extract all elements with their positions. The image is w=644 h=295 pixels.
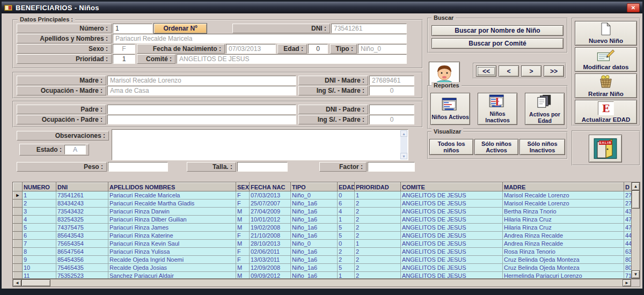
- table-cell[interactable]: ANGELITOS DE JESUS: [401, 216, 503, 224]
- grid-horizontal-scrollbar[interactable]: ◄ ►: [12, 279, 640, 287]
- table-cell[interactable]: 27: [624, 191, 632, 200]
- column-header-edad[interactable]: EDAD: [338, 183, 355, 191]
- column-header-sex[interactable]: SEX: [236, 183, 250, 191]
- table-cell[interactable]: ANGELITOS DE JESUS: [401, 200, 503, 208]
- table-cell[interactable]: 75352523: [56, 272, 108, 279]
- dni-input[interactable]: 73541261: [331, 24, 407, 33]
- table-cell[interactable]: 1: [338, 216, 355, 224]
- scroll-down-button[interactable]: ▼: [632, 270, 640, 278]
- table-row[interactable]: 775654354Pariacuri Rinza Kevin SaulM28/1…: [13, 240, 632, 248]
- apellidos-input[interactable]: Pariacuri Recalde Maricela: [113, 34, 407, 43]
- peso-input[interactable]: [108, 162, 168, 172]
- table-cell[interactable]: 43: [624, 208, 632, 216]
- column-header-tipo[interactable]: TIPO: [291, 183, 338, 191]
- table-cell[interactable]: ANGELITOS DE JESUS: [401, 264, 503, 272]
- table-cell[interactable]: 4: [338, 208, 355, 216]
- ing-madre-input[interactable]: 0: [369, 86, 414, 95]
- table-cell[interactable]: 71: [624, 272, 632, 279]
- table-cell[interactable]: 83434243: [56, 200, 108, 208]
- table-cell[interactable]: 2: [355, 232, 401, 240]
- table-cell[interactable]: 5: [338, 224, 355, 232]
- table-cell[interactable]: 12/09/2008: [250, 264, 291, 272]
- table-row[interactable]: 1175352523Sanchez Pariacuri AldairM09/09…: [13, 272, 632, 279]
- table-cell[interactable]: 75465435: [56, 264, 108, 272]
- table-cell[interactable]: 2: [355, 248, 401, 256]
- table-cell[interactable]: Niño_1a6: [291, 200, 338, 208]
- table-cell[interactable]: 27: [624, 200, 632, 208]
- table-cell[interactable]: Pariacuri Recalde Maricela: [108, 191, 236, 200]
- observaciones-textarea[interactable]: ▲ ▼: [112, 129, 408, 160]
- app-icon[interactable]: [4, 4, 13, 11]
- table-cell[interactable]: M: [236, 272, 250, 279]
- table-cell[interactable]: Pariacuri Rinza Darwin: [108, 208, 236, 216]
- current-row-selector[interactable]: ►: [13, 191, 23, 200]
- ocupacion-padre-input[interactable]: [107, 115, 296, 124]
- table-cell[interactable]: M: [236, 216, 250, 224]
- table-cell[interactable]: 5: [23, 224, 56, 232]
- scroll-right-button[interactable]: ►: [623, 279, 631, 286]
- table-cell[interactable]: 11: [23, 272, 56, 279]
- table-cell[interactable]: Niño_0: [291, 240, 338, 248]
- table-cell[interactable]: 9: [23, 256, 56, 264]
- table-cell[interactable]: 2: [338, 248, 355, 256]
- table-cell[interactable]: 47: [624, 224, 632, 232]
- close-button[interactable]: ✕: [627, 3, 640, 12]
- table-cell[interactable]: F: [236, 191, 250, 200]
- nav-previous-button[interactable]: <: [499, 65, 519, 77]
- table-cell[interactable]: 27/04/2009: [250, 208, 291, 216]
- nuevo-nino-button[interactable]: Nuevo Niño: [575, 21, 637, 46]
- row-selector[interactable]: [13, 216, 23, 224]
- table-cell[interactable]: F: [236, 200, 250, 208]
- table-cell[interactable]: Niño_1a6: [291, 264, 338, 272]
- actualizar-edad-button[interactable]: E Actualizar EDAD: [575, 100, 637, 124]
- table-cell[interactable]: 2: [355, 256, 401, 264]
- table-row[interactable]: 483254325Pariacuri Rinza Dilber GuilianM…: [13, 216, 632, 224]
- ordenar-numero-button[interactable]: Ordenar Nº: [153, 23, 207, 34]
- retirar-nino-button[interactable]: Retirar Niño: [575, 73, 637, 98]
- dni-padre-input[interactable]: [369, 105, 414, 114]
- scroll-up-icon[interactable]: ▲: [400, 130, 407, 137]
- table-cell[interactable]: 2: [355, 200, 401, 208]
- table-cell[interactable]: Pariacuri Rinza Yulissa: [108, 248, 236, 256]
- table-cell[interactable]: Marisol Recalde Lorenzo: [503, 200, 624, 208]
- buscar-por-comite-button[interactable]: Buscar por Comité: [431, 38, 564, 49]
- table-row[interactable]: ►173541261Pariacuri Recalde MaricelaF07/…: [13, 191, 632, 200]
- table-cell[interactable]: 7: [23, 240, 56, 248]
- table-cell[interactable]: Andrea Rinza Recalde: [503, 240, 624, 248]
- numero-input[interactable]: 1: [113, 24, 152, 33]
- horizontal-scroll-track[interactable]: [50, 279, 623, 286]
- table-cell[interactable]: 44: [624, 232, 632, 240]
- column-header-comite[interactable]: COMITE: [401, 183, 503, 191]
- table-cell[interactable]: F: [236, 256, 250, 264]
- table-cell[interactable]: Recalde Ojeda Ingrid Noemi: [108, 256, 236, 264]
- table-cell[interactable]: 6: [338, 200, 355, 208]
- table-cell[interactable]: 1: [23, 191, 56, 200]
- table-cell[interactable]: M: [236, 264, 250, 272]
- table-cell[interactable]: 85454356: [56, 256, 108, 264]
- table-cell[interactable]: 28/10/2013: [250, 240, 291, 248]
- table-cell[interactable]: 2: [355, 216, 401, 224]
- table-cell[interactable]: 75654354: [56, 240, 108, 248]
- dni-madre-input[interactable]: 27689461: [369, 76, 414, 85]
- table-cell[interactable]: 2: [355, 208, 401, 216]
- row-selector[interactable]: [13, 240, 23, 248]
- prioridad-input[interactable]: 1: [113, 54, 135, 64]
- table-cell[interactable]: 10: [23, 264, 56, 272]
- table-cell[interactable]: Pariacuri Rinza Dilber Guilian: [108, 216, 236, 224]
- table-cell[interactable]: 47: [624, 216, 632, 224]
- table-cell[interactable]: 6: [23, 232, 56, 240]
- table-cell[interactable]: Hilaria Rinza Cruz: [503, 216, 624, 224]
- comite-input[interactable]: ANGELITOS DE JESUS: [177, 54, 407, 64]
- tipo-input[interactable]: Niño_0: [358, 44, 407, 54]
- table-cell[interactable]: 2: [355, 264, 401, 272]
- table-cell[interactable]: 1: [338, 272, 355, 279]
- table-cell[interactable]: Niño_1a6: [291, 224, 338, 232]
- table-cell[interactable]: 25/07/2007: [250, 200, 291, 208]
- table-cell[interactable]: 3: [23, 208, 56, 216]
- table-cell[interactable]: ANGELITOS DE JESUS: [401, 191, 503, 200]
- column-header-dni[interactable]: DNI: [56, 183, 108, 191]
- table-cell[interactable]: 86547564: [56, 248, 108, 256]
- scroll-down-icon[interactable]: ▼: [400, 153, 407, 159]
- factor-input[interactable]: [368, 162, 415, 172]
- table-cell[interactable]: M: [236, 224, 250, 232]
